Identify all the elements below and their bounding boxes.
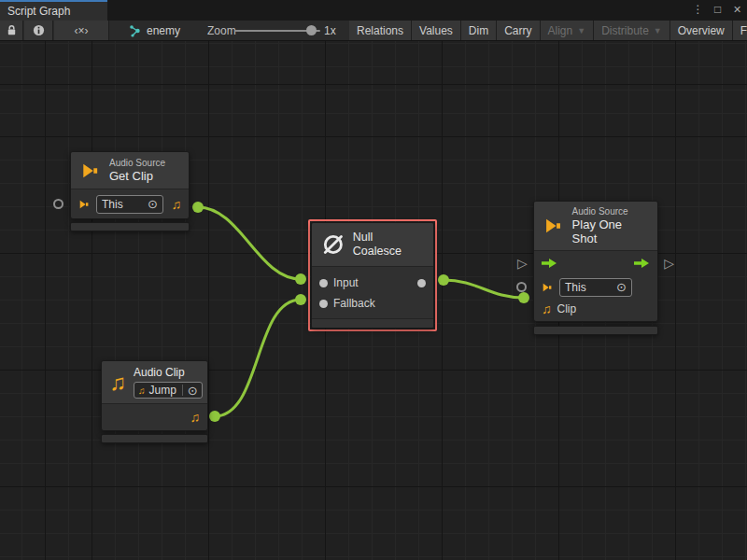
node-footer bbox=[70, 222, 190, 231]
wire-getclip-to-input[interactable] bbox=[198, 207, 301, 279]
port-row-this: This ⊙ bbox=[534, 275, 657, 299]
node-audio-clip[interactable]: ♫ Audio Clip ♫ Jump ⊙ ♫ bbox=[101, 360, 208, 443]
node-get-clip[interactable]: Audio Source Get Clip This ⊙ ♫ bbox=[70, 151, 190, 231]
values-button[interactable]: Values bbox=[412, 21, 461, 40]
node-footer bbox=[312, 318, 433, 328]
code-view-button[interactable]: ‹×› bbox=[54, 21, 109, 40]
unconnected-port-circle[interactable] bbox=[53, 199, 63, 209]
port-dot-nc-out[interactable] bbox=[438, 274, 449, 286]
port-dot-getclip-out[interactable] bbox=[192, 202, 204, 213]
fallback-port[interactable] bbox=[319, 300, 328, 308]
object-picker-icon[interactable]: ⊙ bbox=[616, 281, 627, 293]
null-coalesce-icon bbox=[321, 232, 345, 257]
audioclip-port-icon[interactable]: ♫ bbox=[172, 197, 182, 212]
node-title: Null Coalesce bbox=[353, 231, 424, 259]
port-row-fallback: Fallback bbox=[312, 293, 433, 314]
more-options-icon[interactable]: ⋮ bbox=[690, 1, 706, 18]
port-row-flow: ▷ ▷ bbox=[534, 251, 657, 275]
full-screen-button[interactable]: Full Screen bbox=[733, 21, 747, 40]
node-category: Audio Source bbox=[572, 206, 649, 217]
audio-clip-object-field[interactable]: ♫ Jump ⊙ bbox=[134, 382, 203, 399]
flow-in-arrow-icon[interactable] bbox=[542, 258, 557, 269]
tab-bar: Script Graph ⋮ □ ✕ bbox=[0, 0, 747, 21]
port-dot-nc-input[interactable] bbox=[295, 273, 306, 285]
audioclip-port-icon[interactable]: ♫ bbox=[542, 301, 552, 316]
object-picker-icon[interactable]: ⊙ bbox=[148, 198, 158, 210]
flow-out-arrow-icon[interactable] bbox=[634, 258, 650, 269]
graph-canvas[interactable]: Audio Source Get Clip This ⊙ ♫ bbox=[0, 41, 747, 560]
carry-button[interactable]: Carry bbox=[497, 21, 540, 40]
this-object-field[interactable]: This ⊙ bbox=[559, 278, 632, 297]
port-row-this: This ⊙ ♫ bbox=[71, 189, 189, 218]
audioclip-port-icon[interactable]: ♫ bbox=[190, 410, 201, 425]
zoom-value: 1x bbox=[324, 21, 336, 40]
tab-title: Script Graph bbox=[7, 5, 70, 18]
lock-icon bbox=[6, 24, 18, 36]
script-graph-icon bbox=[129, 24, 142, 37]
audio-source-port-icon bbox=[542, 282, 554, 293]
dim-button[interactable]: Dim bbox=[461, 21, 497, 40]
node-footer bbox=[533, 326, 658, 335]
port-dot-audioclip-out[interactable] bbox=[209, 411, 220, 422]
code-view-icon: ‹×› bbox=[75, 24, 89, 37]
node-footer bbox=[101, 434, 208, 443]
tab-script-graph[interactable]: Script Graph bbox=[0, 0, 107, 21]
align-dropdown[interactable]: Align ▼ bbox=[541, 21, 595, 40]
input-port[interactable] bbox=[319, 279, 328, 287]
chevron-down-icon: ▼ bbox=[577, 26, 585, 35]
node-title: Audio Clip bbox=[134, 366, 203, 380]
maximize-icon[interactable]: □ bbox=[710, 1, 726, 18]
node-category: Audio Source bbox=[109, 158, 165, 169]
object-picker-icon[interactable]: ⊙ bbox=[188, 385, 198, 397]
close-icon[interactable]: ✕ bbox=[729, 1, 745, 18]
node-title: Play One Shot bbox=[572, 217, 649, 245]
chevron-down-icon: ▼ bbox=[654, 26, 662, 35]
unconnected-port-circle[interactable] bbox=[516, 282, 527, 292]
node-play-one-shot[interactable]: Audio Source Play One Shot ▷ ▷ bbox=[533, 201, 658, 335]
output-port[interactable] bbox=[417, 279, 426, 287]
wire-output-to-clip[interactable] bbox=[444, 280, 524, 298]
flow-output-triangle[interactable]: ▷ bbox=[664, 257, 674, 270]
port-dot-nc-fallback[interactable] bbox=[295, 294, 306, 305]
overview-button[interactable]: Overview bbox=[670, 21, 733, 40]
node-title: Get Clip bbox=[109, 169, 165, 183]
audio-source-port-icon bbox=[78, 199, 91, 210]
audio-source-icon bbox=[543, 216, 565, 236]
port-dot-playoneshot-clip[interactable] bbox=[518, 292, 529, 303]
info-icon bbox=[33, 24, 45, 36]
this-object-field[interactable]: This ⊙ bbox=[96, 195, 163, 214]
audioclip-mini-icon: ♫ bbox=[138, 385, 146, 396]
port-row-input: Input bbox=[312, 273, 433, 293]
zoom-label: Zoom bbox=[207, 21, 236, 40]
field-divider bbox=[182, 385, 183, 396]
graph-name-label: enemy bbox=[147, 24, 180, 37]
node-null-coalesce[interactable]: Null Coalesce Input Fallback bbox=[308, 219, 437, 331]
toolbar-buttons: Relations Values Dim Carry Align ▼ Distr… bbox=[349, 21, 747, 40]
wire-audioclip-to-fallback[interactable] bbox=[215, 300, 301, 416]
graph-toolbar: ‹×› enemy Zoom 1x Relations Values Dim C… bbox=[0, 21, 747, 41]
port-row-output: ♫ bbox=[102, 404, 207, 430]
distribute-dropdown[interactable]: Distribute ▼ bbox=[594, 21, 670, 40]
zoom-slider-handle[interactable] bbox=[306, 25, 317, 35]
flow-input-triangle[interactable]: ▷ bbox=[517, 257, 528, 270]
relations-button[interactable]: Relations bbox=[349, 21, 412, 40]
audio-clip-icon: ♫ bbox=[109, 371, 126, 394]
audio-source-icon bbox=[79, 161, 102, 181]
port-row-clip: ♫ Clip bbox=[534, 299, 657, 321]
unity-visual-scripting-window: Script Graph ⋮ □ ✕ ‹×› bbox=[0, 0, 747, 560]
lock-button[interactable] bbox=[0, 21, 23, 40]
graph-breadcrumb[interactable]: enemy bbox=[129, 21, 180, 40]
inspect-button[interactable] bbox=[24, 21, 53, 40]
